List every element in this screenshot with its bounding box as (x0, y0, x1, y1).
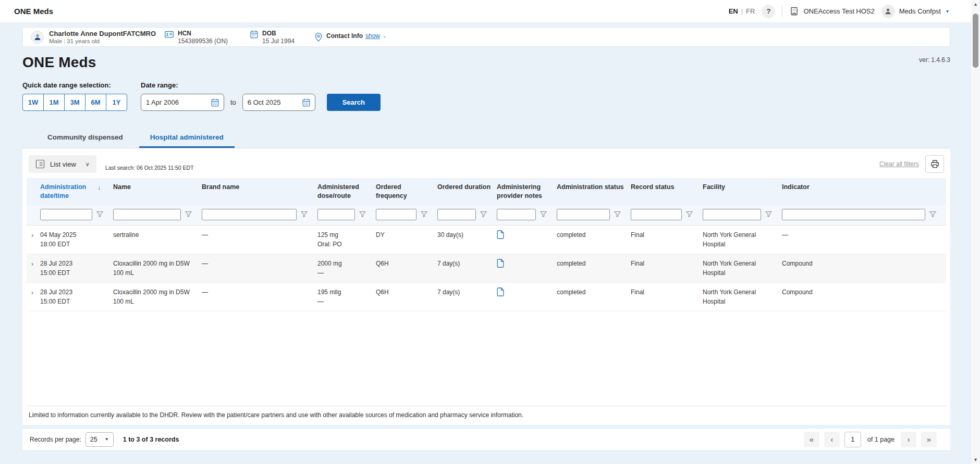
filter-icon[interactable] (96, 210, 104, 218)
filter-input-frequency[interactable] (376, 209, 416, 220)
dob-label: DOB (262, 30, 295, 37)
chevron-down-icon: ▾ (946, 8, 949, 14)
column-header-record-status[interactable]: Record status (631, 178, 703, 205)
quick-range-1y-button[interactable]: 1Y (106, 94, 127, 111)
print-button[interactable] (925, 155, 944, 173)
language-switcher: EN | FR (729, 7, 755, 15)
quick-range-3m-button[interactable]: 3M (64, 94, 85, 111)
column-header-provider-notes[interactable]: Administering provider notes (497, 178, 557, 205)
topbar-right: EN | FR ? ONEAccess Test HOS2 Meds Confp… (729, 5, 949, 18)
calendar-icon[interactable] (302, 98, 310, 107)
cell-time: 15:00 EDT (40, 297, 108, 306)
lang-fr[interactable]: FR (746, 7, 755, 15)
to-label: to (230, 98, 236, 106)
row-expand-icon[interactable]: › (27, 259, 33, 269)
cell-dose: 2000 mg (317, 259, 371, 268)
scroll-up-icon[interactable]: ▲ (971, 2, 980, 7)
filter-icon[interactable] (420, 210, 428, 218)
table-row: › 28 Jul 202315:00 EDT Cloxacillin 2000 … (27, 282, 946, 311)
cell-indicator: — (782, 225, 946, 254)
search-controls: Quick date range selection: 1W 1M 3M 6M … (22, 81, 950, 111)
quick-range-1m-button[interactable]: 1M (43, 94, 65, 111)
records-per-page-select[interactable]: 25 ▼ (85, 432, 114, 447)
calendar-icon[interactable] (211, 98, 219, 107)
provider-notes-document-icon[interactable] (497, 287, 504, 296)
lang-en[interactable]: EN (729, 7, 738, 15)
records-per-page-value: 25 (90, 436, 97, 443)
page-count-label: of 1 page (867, 436, 895, 443)
filter-input-notes[interactable] (497, 209, 536, 220)
results-toolbar: List view ∨ Last search: 06 Oct 2025 11:… (27, 148, 946, 176)
user-name: Meds Confpst (899, 7, 941, 15)
filter-input-record-status[interactable] (631, 209, 682, 220)
scrollbar-thumb[interactable] (973, 14, 978, 68)
quick-range-6m-button[interactable]: 6M (85, 94, 106, 111)
view-selector[interactable]: List view ∨ (29, 155, 96, 173)
cell-frequency: DY (376, 225, 437, 254)
header-expander (27, 178, 40, 205)
patient-dob: DOB 15 Jul 1994 (250, 30, 304, 45)
column-header-ordered-duration[interactable]: Ordered duration (437, 178, 497, 205)
scroll-down-icon[interactable]: ▼ (971, 457, 980, 462)
column-header-facility[interactable]: Facility (703, 178, 782, 205)
user-icon (881, 5, 895, 18)
contact-show-link[interactable]: show (365, 32, 380, 40)
filter-input-dose[interactable] (317, 209, 355, 220)
date-from-input[interactable]: 1 Apr 2006 (141, 94, 224, 111)
filter-icon[interactable] (929, 210, 937, 218)
contact-info-label: Contact Info (326, 32, 363, 40)
filter-input-name[interactable] (113, 209, 181, 220)
date-to-input[interactable]: 6 Oct 2025 (242, 94, 315, 111)
clear-all-filters-link[interactable]: Clear all filters (879, 160, 919, 168)
current-page-input[interactable]: 1 (844, 432, 861, 447)
cell-facility: North York General (703, 230, 777, 240)
date-range-label: Date range: (141, 81, 381, 89)
filter-input-duration[interactable] (437, 209, 476, 220)
table-row: › 28 Jul 202315:00 EDT Cloxacillin 2000 … (27, 254, 946, 282)
column-header-dose-route[interactable]: Administered dose/route (317, 178, 376, 205)
filter-icon[interactable] (540, 210, 547, 218)
hcn-value: 1543899536 (ON) (178, 37, 228, 45)
column-header-administration-status[interactable]: Administration status (557, 178, 631, 205)
tab-hospital-administered[interactable]: Hospital administered (139, 130, 235, 148)
filter-icon[interactable] (685, 210, 693, 218)
row-expand-icon[interactable]: › (27, 287, 33, 298)
column-header-administration-datetime[interactable]: Administration date/time ↓ (40, 178, 113, 205)
filter-icon[interactable] (765, 210, 773, 218)
filter-icon[interactable] (300, 210, 308, 218)
filter-input-facility[interactable] (703, 209, 761, 220)
column-header-name[interactable]: Name (113, 178, 202, 205)
last-page-button[interactable]: » (921, 432, 937, 447)
cell-name: Cloxacillin 2000 mg in D5W (113, 287, 197, 297)
column-header-ordered-frequency[interactable]: Ordered frequency (376, 178, 437, 205)
filter-input-indicator[interactable] (782, 209, 925, 220)
provider-notes-document-icon[interactable] (497, 259, 504, 268)
column-header-indicator[interactable]: Indicator (782, 178, 946, 205)
filter-icon[interactable] (185, 210, 192, 218)
filter-input-administration-status[interactable] (557, 209, 610, 220)
sort-desc-icon[interactable]: ↓ (97, 183, 101, 200)
cell-duration: 30 day(s) (437, 225, 497, 254)
quick-range-1w-button[interactable]: 1W (22, 94, 44, 111)
page-title: ONE Meds (22, 54, 96, 71)
provider-notes-document-icon[interactable] (497, 230, 504, 239)
first-page-button[interactable]: « (804, 432, 819, 447)
filter-input-date[interactable] (40, 209, 92, 220)
help-icon[interactable]: ? (762, 5, 775, 18)
filter-icon[interactable] (359, 210, 366, 218)
page-scrollbar[interactable]: ▲ ▼ (971, 0, 980, 464)
quick-range-block: Quick date range selection: 1W 1M 3M 6M … (22, 81, 127, 111)
user-menu[interactable]: Meds Confpst ▾ (881, 5, 949, 18)
patient-banner: Charlotte Anne DupontFATCMRO Male | 31 y… (22, 27, 950, 47)
filter-input-brand[interactable] (202, 209, 297, 220)
previous-page-button[interactable]: ‹ (824, 432, 840, 447)
tab-community-dispensed[interactable]: Community dispensed (36, 130, 134, 148)
pagination-controls: « ‹ 1 of 1 page › » (804, 432, 937, 447)
search-button[interactable]: Search (327, 94, 381, 111)
next-page-button[interactable]: › (901, 432, 916, 447)
column-header-brand-name[interactable]: Brand name (202, 178, 317, 205)
cell-brand: — (202, 254, 317, 282)
filter-icon[interactable] (480, 210, 487, 218)
row-expand-icon[interactable]: › (27, 230, 33, 241)
filter-icon[interactable] (614, 210, 621, 218)
